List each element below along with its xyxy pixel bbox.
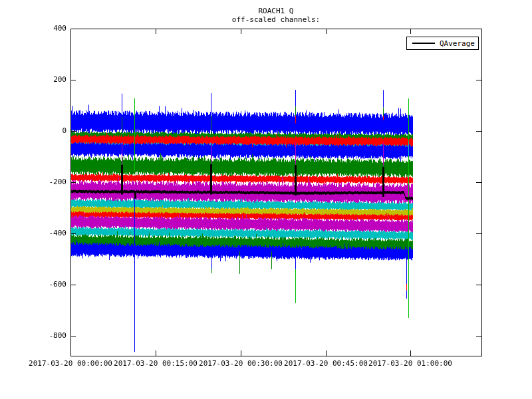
y-tick-label: 0	[25, 126, 66, 135]
legend: QAverage	[406, 37, 479, 50]
qaverage-line-sample-icon	[412, 43, 435, 44]
y-tick-label: 400	[25, 24, 66, 33]
y-tick-label: -800	[25, 331, 66, 340]
y-tick-label: -600	[25, 280, 66, 289]
y-tick-label: -400	[25, 229, 66, 237]
chart-subtitle: off-scaled channels:	[10, 15, 532, 24]
plot-canvas	[0, 0, 532, 399]
y-tick-label: 200	[25, 75, 66, 84]
figure: ROACH1 Q off-scaled channels: 4002000-20…	[0, 0, 532, 399]
x-tick-label: 2017-03-20 01:00:00	[357, 359, 464, 368]
y-tick-label: -200	[25, 178, 66, 186]
legend-label-qaverage: QAverage	[440, 39, 475, 48]
chart-title: ROACH1 Q	[10, 7, 532, 15]
